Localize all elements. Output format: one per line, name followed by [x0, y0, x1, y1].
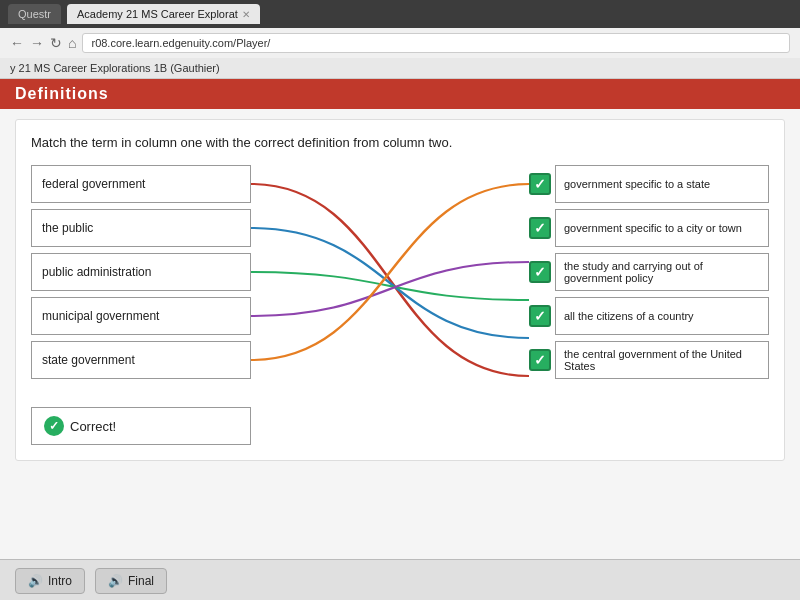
- intro-button[interactable]: 🔊 Intro: [15, 568, 85, 594]
- forward-icon[interactable]: →: [30, 35, 44, 51]
- refresh-icon[interactable]: ↻: [50, 35, 62, 51]
- definition-study[interactable]: the study and carrying out of government…: [555, 253, 769, 291]
- browser-chrome: Questr Academy 21 MS Career Explorat ✕: [0, 0, 800, 28]
- home-icon[interactable]: ⌂: [68, 35, 76, 51]
- activity-area: Match the term in column one with the co…: [15, 119, 785, 461]
- definition-central-government[interactable]: the central government of the United Sta…: [555, 341, 769, 379]
- connection-lines: [251, 165, 529, 395]
- definition-row-1: ✓ government specific to a state: [529, 165, 769, 203]
- tab-inactive[interactable]: Questr: [8, 4, 61, 24]
- final-button[interactable]: 🔊 Final: [95, 568, 167, 594]
- main-content: Definitions Match the term in column one…: [0, 79, 800, 559]
- right-column: ✓ government specific to a state ✓ gover…: [529, 165, 769, 395]
- intro-label: Intro: [48, 574, 72, 588]
- speaker-icon-final: 🔊: [108, 574, 123, 588]
- definition-state[interactable]: government specific to a state: [555, 165, 769, 203]
- address-input[interactable]: r08.core.learn.edgenuity.com/Player/: [82, 33, 790, 53]
- address-bar: ← → ↻ ⌂ r08.core.learn.edgenuity.com/Pla…: [0, 28, 800, 58]
- back-icon[interactable]: ←: [10, 35, 24, 51]
- definition-row-3: ✓ the study and carrying out of governme…: [529, 253, 769, 291]
- check-box-2: ✓: [529, 217, 551, 239]
- tab-active-label: Academy 21 MS Career Explorat: [77, 8, 238, 20]
- tab-active[interactable]: Academy 21 MS Career Explorat ✕: [67, 4, 260, 24]
- tab-inactive-label: Questr: [18, 8, 51, 20]
- bottom-bar: 🔊 Intro 🔊 Final: [0, 559, 800, 600]
- definition-citizens[interactable]: all the citizens of a country: [555, 297, 769, 335]
- correct-banner: ✓ Correct!: [31, 407, 251, 445]
- check-icon-1: ✓: [534, 176, 546, 192]
- check-box-1: ✓: [529, 173, 551, 195]
- term-state-government[interactable]: state government: [31, 341, 251, 379]
- term-the-public[interactable]: the public: [31, 209, 251, 247]
- correct-label: Correct!: [70, 419, 116, 434]
- instruction: Match the term in column one with the co…: [31, 135, 769, 150]
- speaker-icon-intro: 🔊: [28, 574, 43, 588]
- close-icon[interactable]: ✕: [242, 9, 250, 20]
- left-column: federal government the public public adm…: [31, 165, 251, 395]
- correct-icon: ✓: [44, 416, 64, 436]
- lines-area: [251, 165, 529, 395]
- check-icon-4: ✓: [534, 308, 546, 324]
- definition-row-5: ✓ the central government of the United S…: [529, 341, 769, 379]
- check-icon-5: ✓: [534, 352, 546, 368]
- term-federal-government[interactable]: federal government: [31, 165, 251, 203]
- check-icon-3: ✓: [534, 264, 546, 280]
- term-municipal-government[interactable]: municipal government: [31, 297, 251, 335]
- definition-row-4: ✓ all the citizens of a country: [529, 297, 769, 335]
- matching-container: federal government the public public adm…: [31, 165, 769, 395]
- definition-row-2: ✓ government specific to a city or town: [529, 209, 769, 247]
- definition-city-town[interactable]: government specific to a city or town: [555, 209, 769, 247]
- breadcrumb: y 21 MS Career Explorations 1B (Gauthier…: [10, 62, 220, 74]
- final-label: Final: [128, 574, 154, 588]
- check-box-5: ✓: [529, 349, 551, 371]
- check-box-3: ✓: [529, 261, 551, 283]
- check-box-4: ✓: [529, 305, 551, 327]
- section-title: Definitions: [0, 79, 800, 109]
- page-header: y 21 MS Career Explorations 1B (Gauthier…: [0, 58, 800, 79]
- check-icon-2: ✓: [534, 220, 546, 236]
- term-public-administration[interactable]: public administration: [31, 253, 251, 291]
